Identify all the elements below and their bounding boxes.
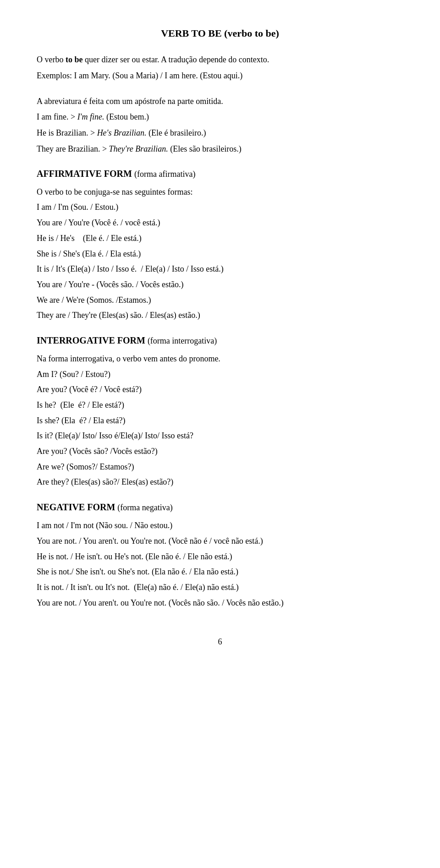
interrogative-line-5: Is it? (Ele(a)/ Isto/ Isso é/Ele(a)/ Ist…: [37, 429, 403, 443]
affirmative-line-5: It is / It's (Ele(a) / Isto / Isso é. / …: [37, 262, 403, 276]
affirmative-line-2: You are / You're (Você é. / você está.): [37, 216, 403, 230]
affirmative-line-3: He is / He's (Ele é. / Ele está.): [37, 232, 403, 246]
affirmative-line-7: We are / We're (Somos. /Estamos.): [37, 294, 403, 307]
interrogative-line-0: Na forma interrogativa, o verbo vem ante…: [37, 352, 403, 366]
negative-line-5: It is not. / It isn't. ou It's not. (Ele…: [37, 581, 403, 595]
affirmative-line-1: I am / I'm (Sou. / Estou.): [37, 201, 403, 214]
negative-line-2: You are not. / You aren't. ou You're not…: [37, 535, 403, 548]
interrogative-line-4: Is she? (Ela é? / Ela está?): [37, 414, 403, 428]
intro-line-6: They are Brazilian. > They're Brazilian.…: [37, 142, 403, 156]
interrogative-line-1: Am I? (Sou? / Estou?): [37, 368, 403, 382]
negative-title: NEGATIVE FORM (forma negativa): [37, 502, 403, 513]
negative-line-3: He is not. / He isn't. ou He's not. (Ele…: [37, 550, 403, 564]
affirmative-line-8: They are / They're (Eles(as) são. / Eles…: [37, 309, 403, 322]
affirmative-line-6: You are / You're - (Vocês são. / Vocês e…: [37, 278, 403, 292]
negative-line-6: You are not. / You aren't. ou You're not…: [37, 596, 403, 610]
page-title: VERB TO BE (verbo to be): [37, 27, 403, 39]
intro-line-1: O verbo to be quer dizer ser ou estar. A…: [37, 53, 403, 66]
page-number: 6: [37, 637, 403, 647]
interrogative-line-6: Are you? (Vocês são? /Vocês estão?): [37, 445, 403, 459]
intro-line-5: He is Brazilian. > He's Brazilian. (Ele …: [37, 126, 403, 140]
interrogative-line-2: Are you? (Você é? / Você está?): [37, 383, 403, 397]
interrogative-line-7: Are we? (Somos?/ Estamos?): [37, 460, 403, 474]
interrogative-line-8: Are they? (Eles(as) são?/ Eles(as) estão…: [37, 475, 403, 489]
affirmative-title: AFFIRMATIVE FORM (forma afirmativa): [37, 169, 403, 179]
negative-line-4: She is not./ She isn't. ou She's not. (E…: [37, 565, 403, 579]
affirmative-line-4: She is / She's (Ela é. / Ela está.): [37, 247, 403, 261]
affirmative-line-0: O verbo to be conjuga-se nas seguintes f…: [37, 186, 403, 199]
interrogative-line-3: Is he? (Ele é? / Ele está?): [37, 399, 403, 412]
intro-line-2: Exemplos: I am Mary. (Sou a Maria) / I a…: [37, 69, 403, 82]
interrogative-title: INTERROGATIVE FORM (forma interrogativa): [37, 335, 403, 346]
intro-line-3: A abreviatura é feita com um apóstrofe n…: [37, 95, 403, 108]
intro-line-4: I am fine. > I'm fine. (Estou bem.): [37, 110, 403, 124]
negative-line-1: I am not / I'm not (Não sou. / Não estou…: [37, 519, 403, 533]
